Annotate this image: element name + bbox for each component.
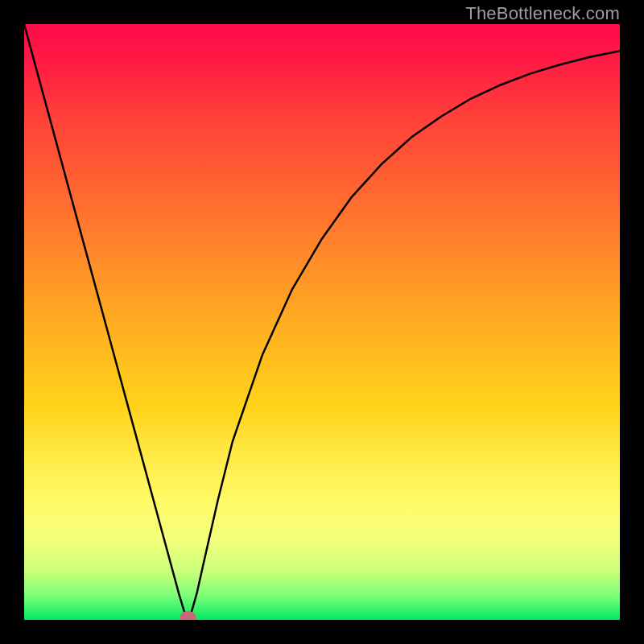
plot-area xyxy=(24,24,620,620)
curve-svg xyxy=(24,24,620,620)
watermark-text: TheBottleneck.com xyxy=(465,3,620,24)
curve-right-branch xyxy=(188,51,621,620)
curve-left-branch xyxy=(24,24,188,620)
chart-frame: TheBottleneck.com xyxy=(0,0,644,644)
vertex-marker xyxy=(180,611,196,620)
